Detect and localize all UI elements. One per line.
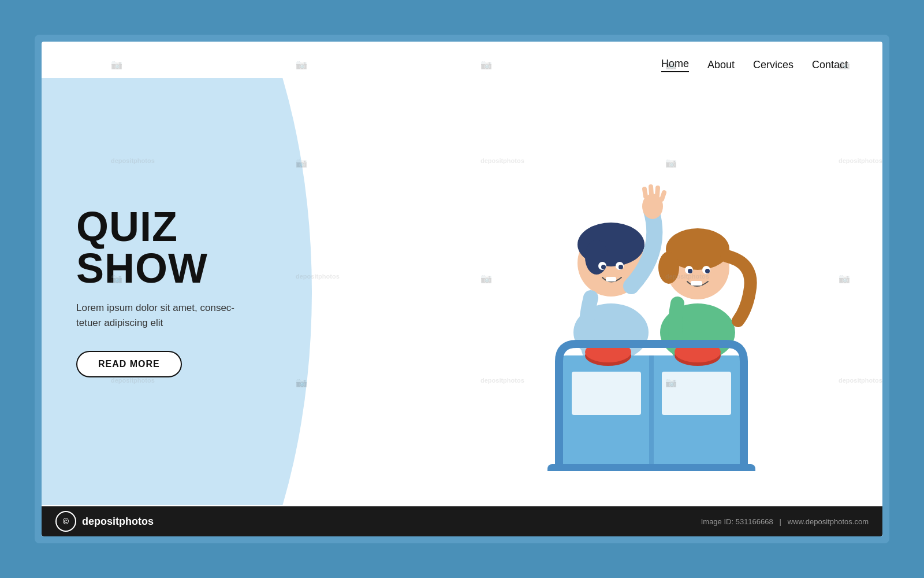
read-more-button[interactable]: READ MORE [76,351,182,377]
nav-home[interactable]: Home [661,58,689,72]
hero-illustration [409,78,882,505]
svg-rect-24 [649,355,654,471]
image-id: Image ID: 531166668 [701,517,773,526]
quiz-show-svg [484,113,807,471]
nav-about[interactable]: About [707,59,735,71]
hero-text-section: QUIZ SHOW Lorem ipsum dolor sit amet, co… [42,78,330,505]
svg-line-13 [662,192,664,199]
hero-description: Lorem ipsum dolor sit amet, consec-tetue… [76,301,238,330]
outer-frame: 📷 📷 📷 📷 📷 depositphotos 📷 depositphotos … [35,35,889,543]
navigation: Home About Cervices Contact [42,42,882,78]
svg-rect-26 [662,372,731,415]
svg-point-21 [705,269,710,273]
svg-point-3 [585,240,608,275]
svg-point-6 [601,265,606,269]
svg-point-17 [658,251,679,284]
nav-contact[interactable]: Contact [812,59,848,71]
svg-rect-8 [606,277,616,281]
svg-point-20 [688,269,692,273]
svg-line-10 [644,189,646,197]
svg-line-12 [657,188,658,196]
nav-cervices[interactable]: Cervices [753,59,793,71]
inner-card: 📷 📷 📷 📷 📷 depositphotos 📷 depositphotos … [42,42,882,536]
image-info: Image ID: 531166668 | www.depositphotos.… [701,517,869,526]
deposit-logo-icon: © [55,511,76,532]
svg-rect-27 [547,464,755,471]
bottom-bar: © depositphotos Image ID: 531166668 | ww… [42,506,882,536]
hero-title: QUIZ SHOW [76,206,296,289]
svg-rect-22 [691,281,702,286]
website-url: www.depositphotos.com [788,517,869,526]
main-content: QUIZ SHOW Lorem ipsum dolor sit amet, co… [42,78,882,505]
deposit-photos-logo: © depositphotos [55,511,154,532]
deposit-logo-text: depositphotos [82,516,154,528]
svg-point-7 [619,265,623,269]
svg-rect-25 [572,372,641,415]
svg-line-11 [651,187,651,195]
